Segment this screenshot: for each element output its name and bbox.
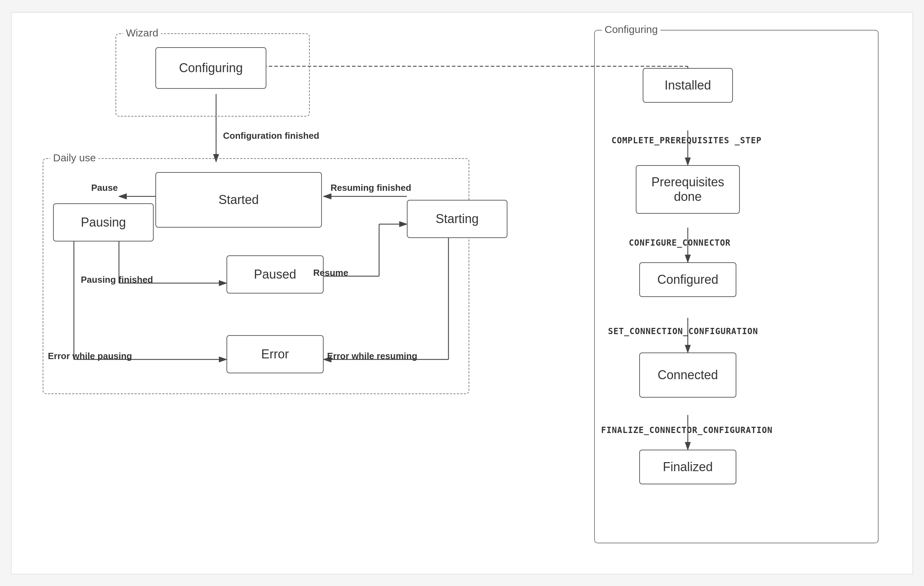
pause-label: Pause (91, 183, 118, 193)
pausing-finished-label: Pausing finished (81, 274, 153, 285)
error-resuming-label: Error while resuming (327, 351, 417, 362)
pausing-label: Pausing (81, 215, 126, 230)
error-pausing-label: Error while pausing (48, 351, 132, 362)
finalized-box: Finalized (639, 450, 736, 484)
installed-box: Installed (643, 68, 733, 103)
wizard-configuring-box: Configuring (155, 47, 266, 89)
starting-box: Starting (407, 200, 507, 238)
started-box: Started (155, 172, 322, 228)
configured-box: Configured (639, 262, 736, 297)
error-label: Error (261, 347, 289, 362)
complete-prereq-label: COMPLETE_PREREQUISITES _STEP (612, 135, 762, 145)
prerequisites-done-box: Prerequisites done (636, 165, 740, 214)
finalize-connector-label: FINALIZE_CONNECTOR_CONFIGURATION (601, 425, 772, 435)
configuring-section: Configuring (594, 30, 879, 543)
prerequisites-done-label: Prerequisites done (652, 175, 724, 204)
set-connection-label: SET_CONNECTION_CONFIGURATION (608, 327, 758, 336)
config-finished-label: Configuration finished (223, 130, 319, 141)
pausing-box: Pausing (53, 203, 153, 241)
installed-label: Installed (665, 78, 711, 92)
wizard-box-label: Wizard (123, 27, 161, 39)
connected-box: Connected (639, 353, 736, 398)
configuring-section-label: Configuring (602, 23, 660, 35)
resuming-finished-label: Resuming finished (330, 183, 411, 193)
configured-label: Configured (657, 272, 718, 287)
started-label: Started (218, 193, 259, 207)
connected-label: Connected (658, 368, 718, 382)
paused-box: Paused (226, 255, 323, 294)
starting-label: Starting (436, 211, 478, 226)
finalized-label: Finalized (663, 460, 713, 474)
paused-label: Paused (254, 267, 296, 282)
daily-use-label: Daily use (50, 152, 99, 164)
error-box: Error (226, 335, 323, 373)
resume-label: Resume (313, 267, 348, 278)
wizard-configuring-label: Configuring (179, 61, 243, 75)
configure-connector-label: CONFIGURE_CONNECTOR (629, 238, 731, 248)
